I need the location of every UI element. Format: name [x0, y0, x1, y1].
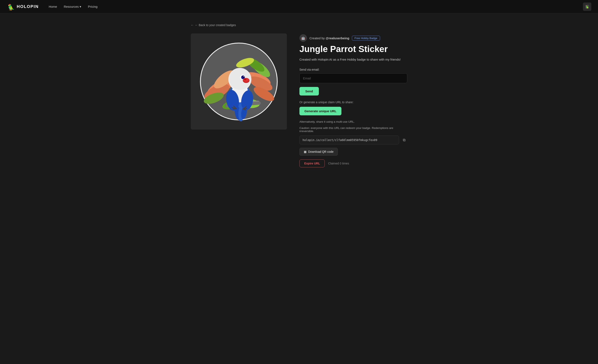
free-hobby-badge-button[interactable]: Free Hobby Badge: [352, 36, 380, 41]
svg-line-39: [233, 109, 236, 109]
back-link[interactable]: ← ← Back to your created badges: [191, 23, 407, 27]
content-row: 🤖 Created by @realuserbeing Free Hobby B…: [191, 33, 407, 167]
nav-home[interactable]: Home: [49, 5, 57, 8]
right-panel: 🤖 Created by @realuserbeing Free Hobby B…: [299, 33, 407, 167]
creator-prefix: Created by: [309, 36, 325, 40]
nav-right: 🦜: [583, 2, 591, 11]
creator-row: 🤖 Created by @realuserbeing Free Hobby B…: [299, 34, 407, 42]
creator-text: Created by @realuserbeing: [309, 36, 349, 40]
logo-icon: 🦜: [7, 2, 15, 11]
main-content: ← ← Back to your created badges: [184, 13, 414, 177]
download-qr-button[interactable]: ▦ Download QR code: [299, 148, 338, 156]
email-label: Send via email:: [299, 68, 407, 71]
nav-resources[interactable]: Resources ▾: [64, 5, 81, 8]
alt-caution-text: Caution: everyone with this URL can rede…: [299, 126, 407, 133]
navbar: 🦜 HOLOPIN Home Resources ▾ Pricing 🦜: [0, 0, 598, 13]
svg-point-31: [244, 79, 246, 80]
url-row: holopin.io/collect/clfa60lmm05950fmkugcf…: [299, 136, 407, 144]
back-link-text: ← Back to your created badges: [195, 23, 236, 27]
generate-url-button[interactable]: Generate unique URL: [299, 107, 341, 115]
svg-text:🦜: 🦜: [586, 5, 590, 9]
expire-url-button[interactable]: Expire URL: [299, 159, 325, 167]
parrot-illustration: [199, 42, 279, 121]
nav-pricing[interactable]: Pricing: [88, 5, 98, 8]
logo-text: HOLOPIN: [17, 4, 39, 9]
alt-share-text: Alternatively, share it using a multi-us…: [299, 120, 407, 124]
copy-url-button[interactable]: ⧉: [401, 137, 407, 143]
url-display: holopin.io/collect/clfa60lmm05950fmkugcf…: [299, 136, 399, 144]
badge-title: Jungle Parrot Sticker: [299, 44, 407, 54]
qr-icon: ▦: [304, 150, 307, 153]
creator-username: @realuserbeing: [326, 36, 349, 40]
svg-point-28: [243, 76, 244, 77]
badge-description: Created with Holopin AI as a Free Hobby …: [299, 57, 407, 62]
logo-link[interactable]: 🦜 HOLOPIN: [7, 2, 39, 11]
generate-url-label: Or generate a unique claim URL to share:: [299, 100, 407, 104]
avatar-icon: 🦜: [585, 4, 590, 9]
svg-point-30: [243, 78, 249, 82]
chevron-down-icon: ▾: [80, 5, 81, 8]
back-arrow-icon: ←: [191, 23, 194, 27]
creator-avatar: 🤖: [299, 34, 307, 42]
claimed-count: Claimed 0 times: [328, 162, 349, 165]
user-avatar[interactable]: 🦜: [583, 2, 591, 11]
email-input[interactable]: [299, 73, 407, 83]
copy-icon: ⧉: [403, 138, 406, 142]
svg-text:🦜: 🦜: [8, 4, 15, 11]
nav-links: Home Resources ▾ Pricing: [49, 5, 583, 8]
badge-image-container: [191, 33, 287, 130]
expire-row: Expire URL Claimed 0 times: [299, 159, 407, 167]
send-button[interactable]: Send: [299, 87, 319, 96]
